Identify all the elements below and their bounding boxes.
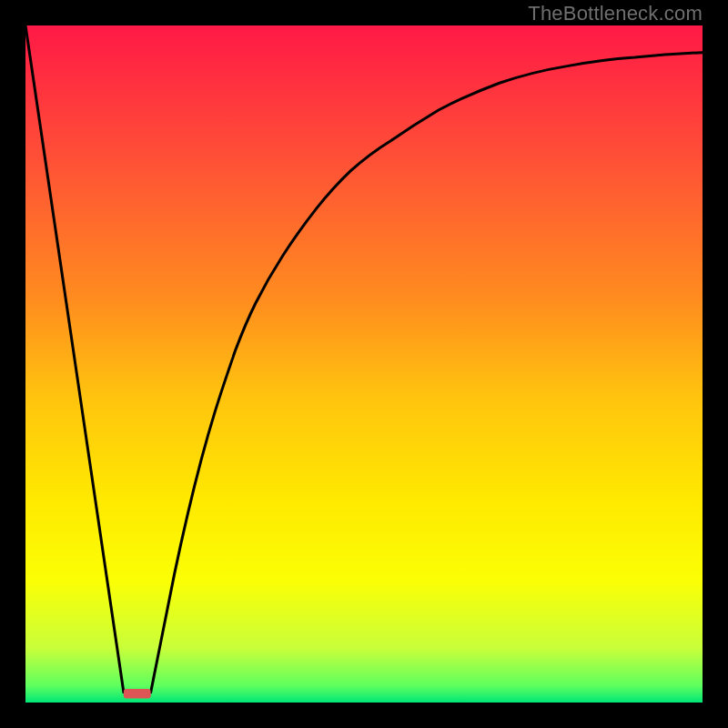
bottleneck-marker <box>124 689 151 698</box>
annotation-layer <box>124 689 151 698</box>
gradient-background <box>25 25 703 703</box>
bottleneck-chart: TheBottleneck.com <box>0 0 728 728</box>
plot-area <box>25 25 703 703</box>
chart-svg <box>25 25 703 703</box>
watermark-text: TheBottleneck.com <box>528 2 703 25</box>
